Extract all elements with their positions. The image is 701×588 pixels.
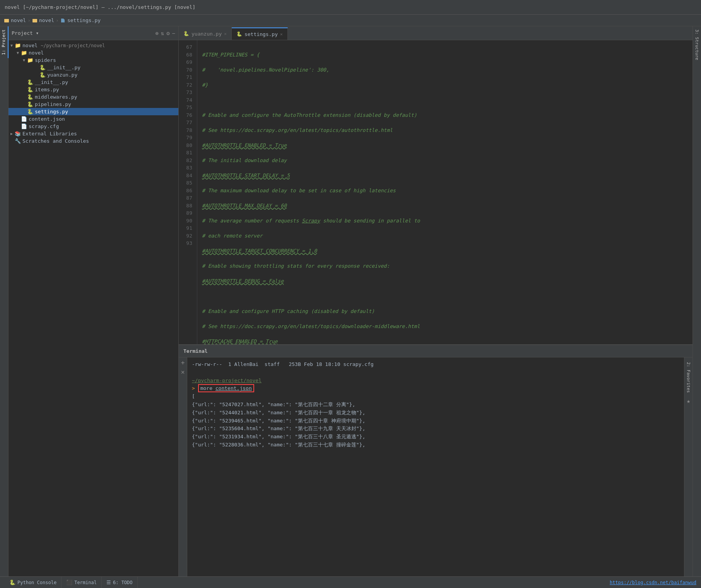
code-line-74: # The initial download delay (202, 157, 688, 164)
tree-root-path: ~/pycharm-project/novel (41, 43, 105, 48)
code-line-84: # Enable and configure HTTP caching (dis… (202, 308, 688, 315)
todo-label: 6: TODO (113, 580, 133, 585)
status-url[interactable]: https://blog.csdn.net/baifanwud (610, 580, 696, 585)
tree-label-spiders: spiders (35, 57, 56, 63)
breadcrumb-novel1: novel (11, 17, 26, 23)
tree-label-items: items.py (35, 87, 59, 92)
tree-middlewares[interactable]: 🐍 middlewares.py (9, 93, 178, 101)
breadcrumb-item-settings[interactable]: settings.py (60, 17, 101, 23)
breadcrumb-item-novel2[interactable]: novel (32, 17, 54, 23)
tree-label-pipelines: pipelines.py (35, 101, 71, 107)
breadcrumb-sep2: › (56, 17, 59, 23)
structure-vertical-tab[interactable]: 3: Structure (692, 26, 701, 576)
breadcrumb: novel › novel › settings.py (0, 15, 701, 26)
settings-icon[interactable]: ⚙ (166, 30, 169, 36)
folder-icon-novel: 📁 (21, 50, 27, 56)
breadcrumb-item-folder[interactable]: novel (4, 17, 26, 23)
code-line-80: #AUTOTHROTTLE_TARGET_CONCURRENCY = 1.0 (202, 247, 688, 255)
tree-label-content-json: content.json (29, 116, 65, 122)
tab-settings-icon: 🐍 (236, 31, 242, 37)
scratch-icon: 🔧 (15, 138, 21, 144)
status-tabs: 🐍 Python Console ⬛ Terminal ☰ 6: TODO (5, 577, 610, 588)
cfg-icon-scrapy: 📄 (21, 123, 27, 129)
tree-items[interactable]: 🐍 items.py (9, 86, 178, 93)
folder-icon-root: 📁 (15, 43, 21, 48)
code-line-75: #AUTOTHROTTLE_START_DELAY = 5 (202, 172, 688, 179)
term-line-path: ~/pycharm-project/novel (192, 377, 679, 385)
collapse-icon[interactable]: ⇅ (161, 30, 164, 36)
breadcrumb-settings: settings.py (67, 17, 101, 23)
right-side-tab-favorites[interactable]: 2: Favorites ★ (684, 357, 692, 576)
tab-yuanzun[interactable]: 🐍 yuanzun.py ✕ (179, 27, 232, 40)
editor-and-bottom: 🐍 yuanzun.py ✕ 🐍 settings.py ✕ 67686970 … (179, 26, 692, 576)
tree-label-yuanzun: yuanzun.py (47, 72, 77, 78)
tree-settings[interactable]: 🐍 settings.py (9, 108, 178, 115)
sync-icon[interactable]: ⊕ (155, 30, 158, 36)
tab-yuanzun-close[interactable]: ✕ (224, 31, 227, 36)
term-line-blank1 (192, 369, 679, 377)
file-tree: ▼ 📁 novel ~/pycharm-project/novel ▼ 📁 no… (9, 40, 178, 576)
tree-label-scrapy-cfg: scrapy.cfg (29, 123, 59, 129)
status-tab-todo[interactable]: ☰ 6: TODO (102, 577, 138, 588)
add-terminal-button[interactable]: + (181, 359, 185, 367)
tree-label-novel-init: __init__.py (35, 79, 68, 85)
tab-bar: 🐍 yuanzun.py ✕ 🐍 settings.py ✕ (179, 26, 692, 40)
sidebar: Project ▾ ⊕ ⇅ ⚙ − ▼ 📁 novel ~/pycharm-pr… (9, 26, 179, 576)
tree-label-novel: novel (29, 50, 44, 56)
py-icon-novel-init: 🐍 (27, 79, 33, 85)
python-console-icon: 🐍 (9, 579, 15, 585)
sidebar-title: Project ▾ (12, 30, 153, 36)
todo-icon: ☰ (106, 579, 111, 585)
sidebar-header: Project ▾ ⊕ ⇅ ⚙ − (9, 26, 178, 40)
tree-novel-init[interactable]: 🐍 __init__.py (9, 79, 178, 86)
status-tab-python-console[interactable]: 🐍 Python Console (5, 577, 62, 588)
code-line-85: # See https://doc.scrapy.org/en/latest/t… (202, 323, 688, 330)
code-line-73: #AUTOTHROTTLE_ENABLED = True (202, 142, 688, 149)
tree-root[interactable]: ▼ 📁 novel ~/pycharm-project/novel (9, 42, 178, 49)
status-tab-terminal[interactable]: ⬛ Terminal (62, 577, 102, 588)
project-tab-label[interactable]: 1: Project (0, 26, 9, 58)
tree-pipelines[interactable]: 🐍 pipelines.py (9, 101, 178, 108)
tree-arrow-ext-libs: ▶ (9, 132, 15, 136)
term-line-4: {"url:": "5235604.html", "name:": "第七百三十… (192, 425, 679, 433)
py-icon-spiders-init: 🐍 (39, 65, 46, 70)
tree-external-libs[interactable]: ▶ 📚 External Libraries (9, 130, 178, 137)
code-line-79: # each remote server (202, 232, 688, 240)
tree-label-settings: settings.py (35, 109, 68, 115)
terminal-content[interactable]: -rw-rw-r-- 1 AllenBai staff 253B Feb 18 … (187, 357, 684, 576)
tree-scratches[interactable]: 🔧 Scratches and Consoles (9, 137, 178, 145)
tree-label-scratches: Scratches and Consoles (22, 138, 89, 144)
code-editor[interactable]: 67686970 71727374 75767778 79808182 8384… (179, 40, 692, 344)
tab-yuanzun-icon: 🐍 (183, 31, 189, 36)
star-icon[interactable]: ★ (685, 396, 692, 406)
code-line-70 (202, 96, 688, 104)
code-line-68: # 'novel.pipelines.NovelPipeline': 300, (202, 66, 688, 74)
tree-spiders-folder[interactable]: ▼ 📁 spiders (9, 56, 178, 64)
project-vertical-tab[interactable]: 1: Project (0, 26, 9, 576)
tab-settings-close[interactable]: ✕ (280, 32, 283, 37)
panel-left-buttons: + ✕ (179, 357, 187, 576)
term-line-cmd: > more content.json (192, 385, 679, 393)
tree-spiders-init[interactable]: 🐍 __init__.py (9, 64, 178, 71)
svg-rect-3 (32, 19, 34, 20)
term-line-1: {"url:": "5247027.html", "name:": "第七百四十… (192, 401, 679, 409)
python-console-label: Python Console (17, 580, 56, 585)
py-icon-items: 🐍 (27, 87, 33, 92)
structure-tab-label[interactable]: 3: Structure (693, 26, 701, 63)
favorites-tab-label[interactable]: 2: Favorites (684, 359, 692, 396)
tree-scrapy-cfg[interactable]: 📄 scrapy.cfg (9, 123, 178, 130)
code-line-81: # Enable showing throttling stats for ev… (202, 262, 688, 270)
close-icon[interactable]: − (172, 30, 175, 36)
tree-novel-folder[interactable]: ▼ 📁 novel (9, 49, 178, 56)
close-terminal-button[interactable]: ✕ (181, 368, 185, 376)
tree-content-json[interactable]: 📄 content.json (9, 115, 178, 123)
status-bar: 🐍 Python Console ⬛ Terminal ☰ 6: TODO ht… (0, 576, 701, 588)
folder-icon-spiders: 📁 (27, 57, 33, 63)
tab-settings[interactable]: 🐍 settings.py ✕ (232, 27, 288, 40)
term-line-5: {"url:": "5231934.html", "name:": "第七百三十… (192, 433, 679, 441)
tree-yuanzun[interactable]: 🐍 yuanzun.py (9, 71, 178, 79)
term-line-scrapy: -rw-rw-r-- 1 AllenBai staff 253B Feb 18 … (192, 361, 679, 369)
bottom-panel: Terminal + ✕ -rw-rw-r-- 1 AllenBai staff… (179, 344, 692, 576)
code-content[interactable]: #ITEM_PIPELINES = { # 'novel.pipelines.N… (197, 40, 692, 344)
title-bar: novel [~/pycharm-project/novel] — .../no… (0, 0, 701, 15)
